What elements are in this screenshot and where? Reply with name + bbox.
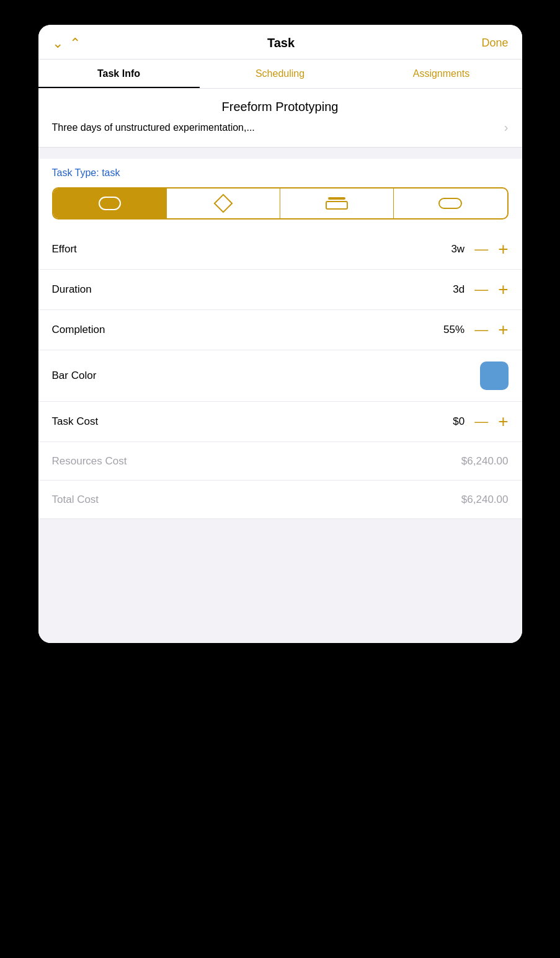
- effort-label: Effort: [52, 243, 77, 255]
- completion-controls: 55% — +: [440, 321, 508, 339]
- task-cost-minus-button[interactable]: —: [474, 415, 488, 428]
- section-spacer-1: [38, 148, 522, 159]
- task-type-group[interactable]: [394, 188, 507, 218]
- duration-label: Duration: [52, 283, 92, 296]
- task-type-group-icon: [438, 198, 462, 209]
- completion-value: 55%: [440, 324, 464, 336]
- completion-plus-button[interactable]: +: [498, 321, 508, 339]
- bottom-spacer: [38, 519, 522, 643]
- resources-cost-value-wrap: $6,240.00: [461, 455, 509, 468]
- task-cost-row: Task Cost $0 — +: [38, 402, 522, 442]
- task-type-task[interactable]: [53, 188, 167, 218]
- nav-up-button[interactable]: ⌃: [69, 37, 81, 50]
- total-cost-value: $6,240.00: [461, 494, 509, 506]
- tabs-bar: Task Info Scheduling Assignments: [38, 60, 522, 89]
- header-title: Task: [81, 36, 482, 50]
- effort-controls: 3w — +: [440, 241, 508, 258]
- task-type-milestone[interactable]: [167, 188, 280, 218]
- done-button[interactable]: Done: [481, 37, 508, 50]
- completion-label: Completion: [52, 324, 105, 336]
- duration-value: 3d: [440, 283, 464, 296]
- effort-value: 3w: [440, 243, 464, 255]
- task-type-label: Task Type: task: [52, 167, 509, 179]
- bar-color-controls: [480, 361, 509, 390]
- task-cost-label: Task Cost: [52, 415, 99, 428]
- chevron-right-icon: ›: [504, 120, 509, 135]
- task-desc-row[interactable]: Three days of unstructured experimentati…: [52, 120, 509, 143]
- tab-task-info[interactable]: Task Info: [38, 60, 200, 88]
- total-cost-label: Total Cost: [52, 494, 99, 506]
- task-cost-controls: $0 — +: [440, 413, 508, 430]
- task-name-section: Freeform Prototyping Three days of unstr…: [38, 89, 522, 148]
- completion-row: Completion 55% — +: [38, 310, 522, 350]
- nav-down-button[interactable]: ⌄: [52, 37, 63, 50]
- task-type-task-icon: [99, 197, 121, 210]
- task-name: Freeform Prototyping: [52, 100, 509, 114]
- header-nav: ⌄ ⌃: [52, 37, 81, 50]
- resources-cost-value: $6,240.00: [461, 455, 509, 468]
- resources-cost-label: Resources Cost: [52, 455, 127, 468]
- task-cost-plus-button[interactable]: +: [498, 413, 508, 430]
- tab-scheduling[interactable]: Scheduling: [200, 60, 361, 88]
- duration-row: Duration 3d — +: [38, 270, 522, 310]
- total-cost-value-wrap: $6,240.00: [461, 494, 509, 506]
- duration-minus-button[interactable]: —: [474, 283, 488, 296]
- task-type-hammock[interactable]: [280, 188, 394, 218]
- task-cost-value: $0: [440, 415, 464, 428]
- task-type-selector: [52, 187, 509, 220]
- tab-assignments[interactable]: Assignments: [361, 60, 522, 88]
- effort-plus-button[interactable]: +: [498, 241, 508, 258]
- duration-plus-button[interactable]: +: [498, 281, 508, 298]
- task-type-milestone-icon: [213, 193, 233, 213]
- header: ⌄ ⌃ Task Done: [38, 25, 522, 60]
- completion-minus-button[interactable]: —: [474, 323, 488, 337]
- duration-controls: 3d — +: [440, 281, 508, 298]
- total-cost-row: Total Cost $6,240.00: [38, 481, 522, 519]
- bar-color-row: Bar Color: [38, 350, 522, 402]
- task-type-hammock-icon: [326, 197, 348, 210]
- effort-row: Effort 3w — +: [38, 229, 522, 270]
- task-description: Three days of unstructured experimentati…: [52, 122, 255, 133]
- task-type-section: Task Type: task: [38, 159, 522, 229]
- fields-section: Effort 3w — + Duration 3d — + Completion: [38, 229, 522, 519]
- bar-color-swatch[interactable]: [480, 361, 509, 390]
- resources-cost-row: Resources Cost $6,240.00: [38, 442, 522, 481]
- bar-color-label: Bar Color: [52, 370, 97, 382]
- effort-minus-button[interactable]: —: [474, 242, 488, 256]
